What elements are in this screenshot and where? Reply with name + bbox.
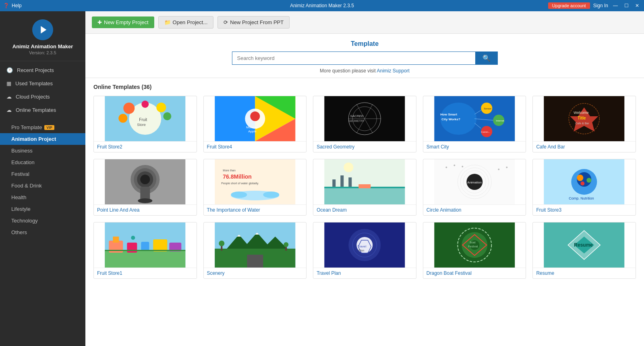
template-thumb-smart: How Smart City Works? Sensor Internet Co… [423,96,526,141]
thumb-svg-fruit3: Comp. Nutrition [533,159,636,204]
thumb-svg-sacred: SACRED GEOMETRY [313,96,416,141]
svg-text:How Smart: How Smart [440,113,457,116]
app-body: Animiz Animation Maker Version: 2.3.5 🕐 … [0,11,644,346]
template-name-ocean: Ocean Dream [313,204,416,215]
template-card-smart[interactable]: How Smart City Works? Sensor Internet Co… [423,96,526,152]
svg-rect-102 [247,255,263,268]
template-card-sacred[interactable]: SACRED GEOMETRY Sacred Geometry [313,96,416,152]
thumb-svg-smart: How Smart City Works? Sensor Internet Co… [423,96,526,141]
template-card-fruit2[interactable]: Fruit Store Fruit Store2 [93,96,197,152]
svg-point-74 [453,165,455,166]
svg-rect-62 [340,175,344,187]
template-thumb-fruit1 [94,222,197,268]
template-thumb-sacred: SACRED GEOMETRY [313,96,416,141]
search-input[interactable] [232,51,475,65]
svg-rect-91 [153,239,167,251]
template-thumb-resume: Resume [533,222,636,268]
svg-text:Welcome: Welcome [574,111,589,115]
svg-point-106 [284,242,288,247]
svg-text:Resume: Resume [574,242,593,248]
thumb-svg-resume: Resume [533,222,636,268]
open-project-button[interactable]: 📁 Open Project... [158,16,214,29]
svg-point-7 [141,101,149,108]
template-name-smart: Smart City [423,141,526,152]
template-card-pointline[interactable]: Point Line And Area [93,159,197,216]
svg-text:Comp. Nutrition: Comp. Nutrition [569,196,594,200]
folder-icon: 📁 [164,19,171,25]
sidebar-item-lifestyle[interactable]: Lifestyle [0,203,85,215]
template-thumb-water: More than 76.8Million People short of wa… [204,159,306,204]
support-text: More question please visit Animiz Suppor… [320,68,410,74]
svg-text:Cafe & Bar: Cafe & Bar [576,122,590,125]
svg-text:Monday: Monday [246,126,257,129]
template-card-circle[interactable]: Animation Circle Animation [423,159,526,216]
template-card-ocean[interactable]: Ocean Dream [313,159,416,216]
sidebar-item-technology[interactable]: Technology [0,215,85,227]
templates-area: Online Templates (36) Fruit [85,78,644,346]
svg-text:GEOMETRY: GEOMETRY [348,119,364,122]
help-icon: ❓ [3,3,9,8]
sidebar-item-business[interactable]: Business [0,145,85,157]
title-bar: ❓ Help Animiz Animation Maker 2.3.5 Upgr… [0,0,644,11]
template-thumb-fruit4: Monday Apple [204,96,306,141]
template-card-dragon[interactable]: Boat Festival Dragon Boat Festival [423,222,526,279]
ppt-label: New Project From PPT [230,19,284,25]
template-name-travel: Travel Plan [313,268,416,278]
sidebar-item-used[interactable]: ▦ Used Templates [0,77,85,90]
sidebar-item-online[interactable]: ☁ Online Templates [0,103,85,117]
sidebar-item-education[interactable]: Education [0,157,85,168]
sidebar-item-fooddrink[interactable]: Food & Drink [0,180,85,192]
thumb-svg-fruit2: Fruit Store [94,96,197,141]
template-thumb-scenery [204,222,306,268]
svg-text:Internet: Internet [496,119,504,122]
template-card-fruit1[interactable]: Fruit Store1 [93,222,197,279]
sidebar-item-others[interactable]: Others [0,227,85,238]
template-card-travel[interactable]: Travel Plan Travel Plan [313,222,416,279]
maximize-button[interactable]: ☐ [623,3,630,8]
svg-text:Animation: Animation [467,181,482,184]
sign-in-button[interactable]: Sign In [593,3,608,8]
template-thumb-pointline [94,159,197,204]
sidebar-item-festival[interactable]: Festival [0,168,85,180]
health-label: Health [11,194,27,200]
template-card-resume[interactable]: Resume Resume [532,222,636,279]
sidebar-item-health[interactable]: Health [0,192,85,203]
template-card-water[interactable]: More than 76.8Million People short of wa… [203,159,307,216]
svg-text:Store: Store [137,123,146,127]
sidebar-item-pro[interactable]: Pro Template VIP [0,122,85,133]
support-link[interactable]: Animiz Support [377,68,410,74]
svg-rect-66 [358,184,371,188]
svg-point-93 [131,236,135,240]
upgrade-button[interactable]: Upgrade account [548,2,590,9]
toolbar: ✚ New Empty Project 📁 Open Project... ⟳ … [85,11,644,34]
search-button[interactable]: 🔍 [475,51,498,65]
svg-rect-63 [348,177,352,187]
sidebar-sub-nav: Pro Template VIP Animation Project Busin… [0,119,85,241]
logo-svg [37,24,48,35]
sidebar: Animiz Animation Maker Version: 2.3.5 🕐 … [0,11,85,346]
sidebar-item-animation[interactable]: Animation Project [0,133,85,145]
close-button[interactable]: ✕ [634,3,641,8]
others-label: Others [11,229,27,235]
new-from-ppt-button[interactable]: ⟳ New Project From PPT [217,16,290,29]
logo-title: Animiz Animation Maker [12,43,73,49]
new-empty-button[interactable]: ✚ New Empty Project [92,16,154,28]
template-card-scenery[interactable]: Scenery [203,222,307,279]
thumb-svg-dragon: Boat Festival [423,222,526,268]
plus-icon: ✚ [97,19,102,25]
template-card-fruit3[interactable]: Comp. Nutrition Fruit Store3 [532,159,636,216]
sidebar-item-recent[interactable]: 🕐 Recent Projects [0,64,85,77]
cloud-icon: ☁ [6,94,12,100]
template-name-pointline: Point Line And Area [94,204,197,215]
search-row: 🔍 [232,51,498,65]
minimize-button[interactable]: — [611,3,619,8]
sidebar-item-cloud[interactable]: ☁ Cloud Projects [0,90,85,103]
cloud-projects-label: Cloud Projects [16,94,50,100]
lifestyle-label: Lifestyle [11,206,31,212]
template-card-cafe[interactable]: Welcome Title Cafe & Bar Cafe And Bar [532,96,636,152]
template-label: Template [351,40,379,47]
svg-point-75 [462,166,463,167]
help-label[interactable]: Help [12,3,22,8]
thumb-svg-fruit4: Monday Apple [204,96,306,141]
template-card-fruit4[interactable]: Monday Apple Fruit Store4 [203,96,307,152]
